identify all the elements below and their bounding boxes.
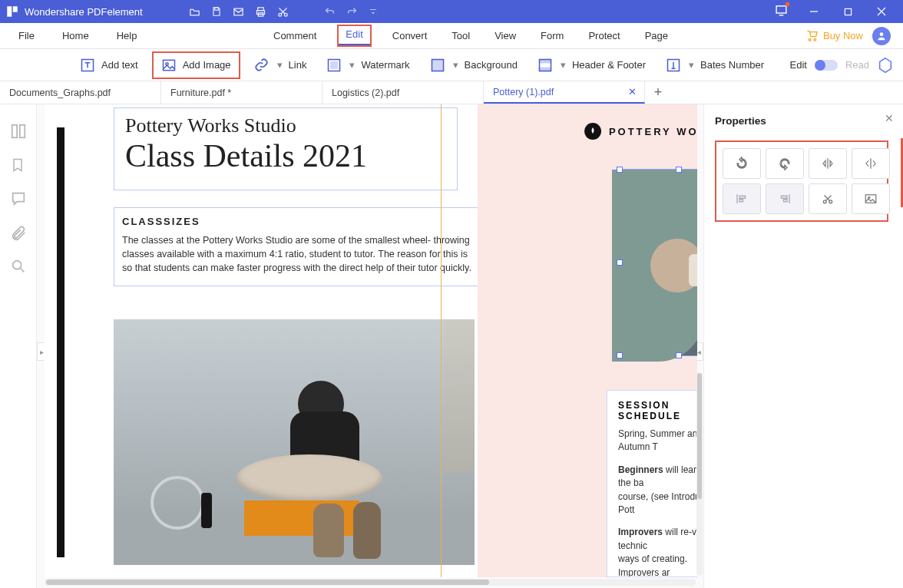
watermark-icon: [326, 58, 342, 73]
menu-help[interactable]: Help: [114, 25, 141, 46]
svg-rect-13: [163, 60, 174, 70]
tab-pottery[interactable]: Pottery (1).pdf ✕: [484, 81, 645, 104]
session-schedule-box[interactable]: SESSION SCHEDULE Spring, Summer and Autu…: [607, 390, 697, 577]
alignment-guide: [441, 104, 442, 577]
resize-handle[interactable]: [617, 352, 623, 358]
image-icon: [161, 58, 177, 73]
tab-logistics[interactable]: Logistics (2).pdf: [322, 81, 484, 104]
attachments-icon[interactable]: [10, 224, 27, 241]
svg-rect-0: [7, 6, 12, 17]
crop-button[interactable]: [809, 183, 847, 214]
mail-icon[interactable]: [233, 6, 244, 18]
tab-label: Logistics (2).pdf: [332, 88, 399, 98]
menu-comment[interactable]: Comment: [270, 25, 319, 46]
comments-icon[interactable]: [10, 190, 27, 207]
session-intro: Spring, Summer and Autumn T: [618, 428, 697, 454]
align-left-button[interactable]: [723, 183, 761, 214]
document-canvas[interactable]: ▸ ◂ Pottery Works Studio Class Details 2…: [37, 104, 703, 588]
svg-point-11: [880, 32, 884, 36]
menu-convert[interactable]: Convert: [389, 25, 431, 46]
tool-add-image-label: Add Image: [183, 59, 231, 71]
header-footer-icon: [538, 58, 553, 73]
properties-close-icon[interactable]: ✕: [885, 112, 894, 124]
tab-furniture[interactable]: Furniture.pdf *: [161, 81, 322, 104]
redo-icon[interactable]: [346, 6, 358, 18]
menu-tool[interactable]: Tool: [448, 25, 473, 46]
resize-handle[interactable]: [617, 259, 623, 266]
buy-now[interactable]: Buy Now: [806, 30, 863, 42]
flip-vertical-button[interactable]: [809, 148, 847, 179]
brand-logo-icon: [584, 123, 601, 140]
pottery-photo[interactable]: [114, 319, 475, 565]
edit-toolbar: Add text Add Image ▾ Link ▾ Watermark ▾ …: [0, 49, 903, 81]
save-icon[interactable]: [211, 6, 222, 17]
menu-protect[interactable]: Protect: [585, 25, 623, 46]
bookmark-icon[interactable]: [10, 157, 27, 173]
chevron-down-icon: ▾: [453, 59, 458, 71]
rotate-right-button[interactable]: [766, 148, 804, 179]
tool-header-footer[interactable]: ▾ Header & Footer: [531, 55, 652, 76]
resize-handle[interactable]: [676, 167, 682, 173]
tool-background[interactable]: ▾ Background: [424, 55, 524, 76]
class-sizes-title: CLASSSIZES: [122, 214, 472, 233]
tool-bates-label: Bates Number: [700, 59, 764, 71]
horizontal-scrollbar[interactable]: [45, 579, 696, 586]
class-sizes-box[interactable]: CLASSSIZES The classes at the Pottery Wo…: [114, 207, 481, 286]
resize-handle[interactable]: [676, 352, 682, 358]
tool-add-image[interactable]: Add Image: [152, 51, 240, 79]
maximize-button[interactable]: [831, 0, 865, 23]
thumbnails-icon[interactable]: [10, 123, 27, 140]
selected-image[interactable]: [619, 169, 697, 356]
print-icon[interactable]: [255, 6, 266, 18]
menu-home[interactable]: Home: [59, 25, 92, 46]
tab-documents-graphs[interactable]: Documents_Graphs.pdf: [0, 81, 161, 104]
menu-file[interactable]: File: [15, 25, 38, 46]
replace-image-button[interactable]: [852, 183, 890, 214]
resize-handle[interactable]: [617, 167, 623, 173]
user-avatar[interactable]: [872, 27, 891, 45]
link-icon: [254, 58, 270, 73]
screen-share-icon[interactable]: [775, 4, 788, 20]
svg-rect-18: [432, 59, 443, 71]
vertical-scrollbar[interactable]: [696, 373, 703, 576]
edit-read-toggle[interactable]: [815, 60, 838, 71]
menu-page[interactable]: Page: [642, 25, 671, 46]
flip-horizontal-button[interactable]: [852, 148, 890, 179]
align-right-button[interactable]: [766, 183, 804, 214]
minimize-button[interactable]: [797, 0, 831, 23]
svg-rect-20: [539, 59, 551, 62]
cut-icon[interactable]: [277, 6, 289, 18]
svg-rect-1: [13, 6, 18, 12]
undo-icon[interactable]: [324, 6, 336, 18]
tool-bates[interactable]: ▾ Bates Number: [660, 55, 770, 76]
qat-dropdown-icon[interactable]: [369, 7, 378, 16]
menu-view[interactable]: View: [491, 25, 519, 46]
settings-hex-icon[interactable]: [877, 57, 894, 74]
document-tabs: Documents_Graphs.pdf Furniture.pdf * Log…: [0, 81, 903, 104]
tool-add-text[interactable]: Add text: [74, 55, 144, 76]
tool-link[interactable]: ▾ Link: [248, 55, 313, 76]
chevron-down-icon: ▾: [277, 59, 283, 71]
tab-label: Documents_Graphs.pdf: [9, 88, 111, 98]
app-logo: [5, 4, 20, 19]
buy-now-label: Buy Now: [823, 30, 863, 41]
mode-edit-label: Edit: [790, 59, 807, 71]
rotate-left-button[interactable]: [723, 148, 761, 179]
session-title: SESSION SCHEDULE: [618, 400, 697, 421]
svg-rect-9: [776, 5, 786, 12]
tab-add-button[interactable]: +: [645, 81, 671, 104]
svg-rect-24: [19, 125, 24, 138]
close-button[interactable]: [865, 0, 898, 23]
open-icon[interactable]: [189, 6, 200, 18]
text-icon: [80, 58, 95, 73]
svg-rect-23: [12, 125, 16, 138]
tab-close-icon[interactable]: ✕: [628, 86, 637, 97]
mode-read-label: Read: [845, 59, 869, 71]
tool-header-footer-label: Header & Footer: [572, 59, 646, 71]
menu-edit[interactable]: Edit: [338, 25, 370, 46]
tool-watermark[interactable]: ▾ Watermark: [320, 55, 415, 76]
search-icon[interactable]: [10, 258, 27, 275]
title-text-box[interactable]: Pottery Works Studio Class Details 2021: [114, 107, 458, 190]
svg-rect-16: [331, 61, 337, 68]
menu-form[interactable]: Form: [538, 25, 567, 46]
